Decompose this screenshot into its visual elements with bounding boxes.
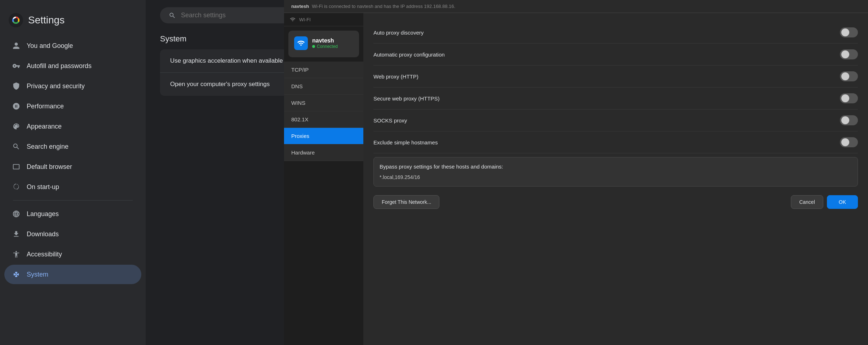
sidebar-item-system[interactable]: System (4, 265, 141, 284)
navtesh-info: navtesh Connected (312, 37, 338, 49)
bypass-title: Bypass proxy settings for these hosts an… (380, 162, 852, 171)
left-list-container: WI-FI navtesh (284, 13, 363, 345)
secure-web-proxy-label: Secure web proxy (HTTPS) (373, 95, 439, 102)
exclude-simple-toggle[interactable] (840, 137, 858, 147)
sidebar-item-label: Downloads (27, 230, 59, 238)
sidebar-item-languages[interactable]: Languages (4, 204, 141, 224)
connected-dot (312, 45, 315, 48)
sidebar-item-privacy[interactable]: Privacy and security (4, 76, 141, 96)
bypass-box: Bypass proxy settings for these hosts an… (373, 157, 858, 187)
ok-button[interactable]: OK (827, 195, 858, 209)
navtesh-wifi-icon (294, 36, 308, 50)
sidebar-item-label: Appearance (27, 123, 62, 130)
network-detail-container: WI-FI navtesh (284, 13, 868, 345)
sidebar-item-label: System (27, 271, 48, 278)
proxy-row-socks: SOCKS proxy (373, 109, 858, 131)
palette-icon (12, 122, 21, 131)
sidebar-nav: You and Google Autofill and passwords Pr… (0, 36, 146, 284)
sidebar-title: Settings (28, 14, 65, 26)
proxy-row-auto-config: Automatic proxy configuration (373, 44, 858, 66)
auto-proxy-discovery-label: Auto proxy discovery (373, 30, 424, 36)
sidebar-item-label: Search engine (27, 143, 68, 151)
sidebar: Settings You and Google Autofill and pas… (0, 0, 146, 345)
web-proxy-http-label: Web proxy (HTTP) (373, 73, 418, 80)
accessibility-icon (12, 250, 21, 259)
tab-hardware[interactable]: Hardware (284, 144, 363, 161)
connected-label: Connected (317, 44, 338, 49)
auto-proxy-config-label: Automatic proxy configuration (373, 51, 445, 58)
mac-panel: navtesh Wi-Fi is connected to navtesh an… (284, 0, 868, 345)
action-right-buttons: Cancel OK (791, 195, 858, 209)
network-ip-info: Wi-Fi is connected to navtesh and has th… (312, 4, 455, 9)
browser-icon (12, 162, 21, 171)
sidebar-item-appearance[interactable]: Appearance (4, 117, 141, 136)
sidebar-item-label: Privacy and security (27, 82, 85, 90)
socks-proxy-label: SOCKS proxy (373, 117, 407, 124)
key-icon (12, 61, 21, 71)
download-icon (12, 229, 21, 239)
wifi-section-icon (290, 17, 296, 22)
wifi-icon (297, 39, 305, 47)
sidebar-item-autofill[interactable]: Autofill and passwords (4, 56, 141, 76)
sidebar-item-label: Accessibility (27, 251, 62, 258)
tab-proxies[interactable]: Proxies (284, 128, 363, 144)
sidebar-item-label: Default browser (27, 163, 72, 171)
network-name-label: navtesh (291, 4, 309, 9)
network-tabs: TCP/IP DNS WINS 802.1X Proxies (284, 62, 363, 161)
search-icon (12, 142, 21, 151)
graphics-acceleration-label: Use graphics acceleration when available (170, 57, 283, 64)
sidebar-item-label: Autofill and passwords (27, 62, 92, 70)
cancel-button[interactable]: Cancel (791, 195, 823, 209)
mac-top-bar: navtesh Wi-Fi is connected to navtesh an… (284, 0, 868, 13)
proxy-actions: Forget This Network... Cancel OK (373, 195, 858, 209)
tab-wins[interactable]: WINS (284, 95, 363, 111)
proxy-row-secure-https: Secure web proxy (HTTPS) (373, 88, 858, 109)
gauge-icon (12, 102, 21, 111)
wifi-header-label: WI-FI (299, 17, 311, 22)
forget-network-button[interactable]: Forget This Network... (373, 195, 439, 209)
sidebar-header: Settings (0, 7, 146, 36)
sidebar-item-performance[interactable]: Performance (4, 97, 141, 116)
main-content-wrapper: System Use graphics acceleration when av… (146, 0, 868, 345)
person-icon (12, 41, 21, 50)
proxy-row-web-http: Web proxy (HTTP) (373, 66, 858, 88)
sidebar-item-you-and-google[interactable]: You and Google (4, 36, 141, 55)
proxy-panel: Auto proxy discovery Automatic proxy con… (363, 13, 868, 345)
exclude-simple-label: Exclude simple hostnames (373, 139, 438, 145)
socks-proxy-toggle[interactable] (840, 115, 858, 125)
auto-proxy-config-toggle[interactable] (840, 49, 858, 59)
system-icon (12, 270, 21, 279)
chrome-logo-icon (9, 13, 23, 27)
navtesh-name: navtesh (312, 37, 338, 44)
web-proxy-http-toggle[interactable] (840, 71, 858, 81)
sidebar-item-accessibility[interactable]: Accessibility (4, 245, 141, 264)
language-icon (12, 209, 21, 219)
proxy-row-auto-discovery: Auto proxy discovery (373, 22, 858, 44)
navtesh-card[interactable]: navtesh Connected (288, 31, 359, 57)
sidebar-item-label: Languages (27, 210, 59, 218)
secure-web-proxy-toggle[interactable] (840, 93, 858, 103)
sidebar-item-label: You and Google (27, 42, 73, 50)
search-bar-icon (169, 12, 176, 19)
sidebar-item-search-engine[interactable]: Search engine (4, 137, 141, 156)
sidebar-item-label: Performance (27, 103, 64, 110)
tab-tcpip[interactable]: TCP/IP (284, 62, 363, 78)
auto-proxy-discovery-toggle[interactable] (840, 27, 858, 37)
svg-point-2 (14, 18, 18, 22)
tab-8021x[interactable]: 802.1X (284, 111, 363, 128)
sidebar-item-default-browser[interactable]: Default browser (4, 157, 141, 176)
navtesh-card-header: navtesh Connected (294, 36, 353, 50)
shield-icon (12, 81, 21, 91)
sidebar-item-label: On start-up (27, 183, 59, 191)
tab-dns[interactable]: DNS (284, 78, 363, 95)
power-icon (12, 182, 21, 192)
bypass-value: *.local,169.254/16 (380, 173, 852, 181)
wifi-section-header: WI-FI (284, 13, 363, 26)
proxy-row-exclude-simple: Exclude simple hostnames (373, 131, 858, 153)
connected-badge: Connected (312, 44, 338, 49)
sidebar-item-on-startup[interactable]: On start-up (4, 177, 141, 197)
sidebar-item-downloads[interactable]: Downloads (4, 224, 141, 244)
proxy-settings-label: Open your computer's proxy settings (170, 81, 270, 88)
